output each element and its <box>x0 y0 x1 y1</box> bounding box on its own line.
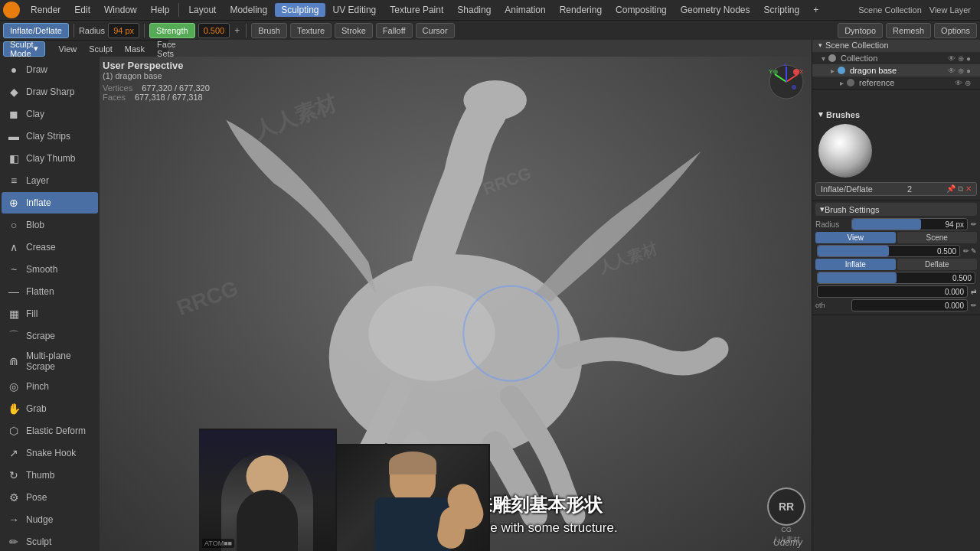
clay-strips-icon: ▬ <box>6 129 21 144</box>
main-viewport[interactable]: 人人素材 RRCG RRCG 人人素材 User Perspective (1)… <box>100 57 812 551</box>
strength-add[interactable]: + <box>234 25 240 36</box>
val1-bar[interactable]: 0.500 <box>817 272 975 284</box>
brush-settings-title[interactable]: ▾ Brush Settings <box>815 203 977 216</box>
radius-edit-icon[interactable]: ✏ <box>971 220 977 228</box>
render-icon[interactable]: ● <box>966 54 971 63</box>
menu-add[interactable]: + <box>807 3 825 17</box>
brush-name-bar[interactable]: Inflate/Deflate 2 📌 ⧉ ✕ <box>815 182 977 196</box>
sep <box>178 3 179 17</box>
brush-pinch[interactable]: ◎ Pinch <box>2 376 98 397</box>
brush-copy-icon[interactable]: ⧉ <box>958 184 963 194</box>
collection-icons: 👁 ⊕ ● <box>948 54 971 63</box>
brush-inflate[interactable]: ⊕ Inflate <box>2 192 98 214</box>
val2-swap[interactable]: ⇄ <box>971 288 977 295</box>
cursor-dropdown[interactable]: Cursor <box>416 23 455 38</box>
strength-extra-icon[interactable]: ✎ <box>971 247 977 255</box>
mode-sculpt[interactable]: Sculpt <box>84 44 117 54</box>
options-btn[interactable]: Options <box>934 23 977 38</box>
brush-fill[interactable]: ▦ Fill <box>2 303 98 324</box>
brush-multiplane-scrape[interactable]: ⋒ Multi-plane Scrape <box>2 347 98 375</box>
view-btn[interactable]: View <box>815 232 896 243</box>
dyntopo-btn[interactable]: Dyntopo <box>838 23 883 38</box>
brush-sculpt-bottom[interactable]: ✏ Sculpt <box>2 531 98 551</box>
brush-layer[interactable]: ≡ Layer <box>2 170 98 191</box>
collection-item-main[interactable]: ▾ Collection 👁 ⊕ ● <box>812 52 980 64</box>
brush-clay-strips[interactable]: ▬ Clay Strips <box>2 126 98 147</box>
deflate-btn[interactable]: Deflate <box>897 259 978 270</box>
menu-uv-editing[interactable]: UV Editing <box>327 3 383 17</box>
brush-delete-icon[interactable]: ✕ <box>965 184 972 194</box>
brush-blob[interactable]: ○ Blob <box>2 214 98 236</box>
texture-dropdown[interactable]: Texture <box>290 23 332 38</box>
blob-icon: ○ <box>6 217 21 233</box>
cursor-icon-2[interactable]: ⊕ <box>958 67 964 75</box>
val2-row: 0.000 ⇄ <box>815 285 977 298</box>
val3-bar[interactable]: 0.000 <box>851 299 968 311</box>
render-icon-2[interactable]: ● <box>966 67 971 75</box>
brush-crease[interactable]: ∧ Crease <box>2 236 98 258</box>
strength-btn[interactable]: Strength <box>149 23 195 38</box>
brush-pose[interactable]: ⚙ Pose <box>2 487 98 508</box>
brush-clay-thumb[interactable]: ◧ Clay Thumb <box>2 148 98 169</box>
brush-elastic-deform[interactable]: ⬡ Elastic Deform <box>2 420 98 442</box>
cursor-icon-3[interactable]: ⊕ <box>965 79 971 87</box>
strength-bar[interactable]: 0.500 <box>817 245 960 257</box>
menu-compositing[interactable]: Compositing <box>609 3 673 17</box>
arrow-icon: ▾ <box>818 41 822 49</box>
val2-bar[interactable]: 0.000 <box>817 285 968 298</box>
brushes-content: ▾ Brushes Inflate/Deflate 2 📌 ⧉ <box>812 105 980 201</box>
menu-rendering[interactable]: Rendering <box>554 3 608 17</box>
stroke-dropdown[interactable]: Stroke <box>335 23 373 38</box>
brush-scrape[interactable]: ⌒ Scrape <box>2 325 98 347</box>
brush-grab[interactable]: ✋ Grab <box>2 398 98 419</box>
brush-nudge[interactable]: → Nudge <box>2 509 98 530</box>
mode-mask[interactable]: Mask <box>120 44 149 54</box>
menu-window[interactable]: Window <box>98 3 143 17</box>
menu-scripting[interactable]: Scripting <box>757 3 805 17</box>
toolbar: Inflate/Deflate Radius 94 px Strength 0.… <box>0 20 980 40</box>
draw-icon: ● <box>6 62 21 77</box>
menu-shading[interactable]: Shading <box>451 3 497 17</box>
brush-snake-hook[interactable]: ↗ Snake Hook <box>2 442 98 464</box>
inflate-deflate-btn[interactable]: Inflate/Deflate <box>3 23 69 38</box>
inflate-btn[interactable]: Inflate <box>815 259 896 270</box>
menu-render[interactable]: Render <box>24 3 67 17</box>
smooth-label: oth <box>815 302 850 309</box>
collection-item-reference[interactable]: ▸ reference 👁 ⊕ <box>812 77 980 89</box>
menu-animation[interactable]: Animation <box>498 3 551 17</box>
falloff-dropdown[interactable]: Falloff <box>376 23 413 38</box>
brush-smooth[interactable]: ~ Smooth <box>2 259 98 280</box>
mode-face-sets[interactable]: Face Sets <box>152 39 180 59</box>
menu-edit[interactable]: Edit <box>68 3 96 17</box>
collection-item-dragon[interactable]: ▸ dragon base 👁 ⊕ ● <box>812 64 980 77</box>
strength-edit-icon[interactable]: ✏ <box>963 247 969 255</box>
brush-pin-icon[interactable]: 📌 <box>946 184 956 194</box>
brush-flatten[interactable]: — Flatten <box>2 281 98 302</box>
menu-modeling[interactable]: Modeling <box>224 3 273 17</box>
val3-edit[interactable]: ✏ <box>971 302 977 309</box>
brush-draw-sharp[interactable]: ◆ Draw Sharp <box>2 81 98 103</box>
eye-icon[interactable]: 👁 <box>948 54 956 63</box>
cursor-icon[interactable]: ⊕ <box>958 54 964 63</box>
menu-texture-paint[interactable]: Texture Paint <box>384 3 449 17</box>
brush-thumb[interactable]: ↻ Thumb <box>2 465 98 486</box>
menu-layout[interactable]: Layout <box>182 3 222 17</box>
radius-bar[interactable]: 94 px <box>851 218 968 230</box>
brush-draw[interactable]: ● Draw <box>2 59 98 80</box>
sep1 <box>74 24 74 37</box>
eye-icon-3[interactable]: 👁 <box>955 79 962 87</box>
eye-icon-2[interactable]: 👁 <box>948 67 956 75</box>
scene-btn[interactable]: Scene <box>897 232 978 243</box>
menu-help[interactable]: Help <box>145 3 176 17</box>
brush-clay[interactable]: ◼ Clay <box>2 103 98 125</box>
menu-geometry-nodes[interactable]: Geometry Nodes <box>675 3 756 17</box>
sculpt-mode-dropdown[interactable]: Sculpt Mode ▾ <box>3 41 45 57</box>
radius-value[interactable]: 94 px <box>108 23 139 38</box>
brush-dropdown[interactable]: Brush <box>251 23 287 38</box>
mode-view[interactable]: View <box>54 44 82 54</box>
remesh-btn[interactable]: Remesh <box>886 23 931 38</box>
scene-collection-header[interactable]: ▾ Scene Collection <box>812 38 980 52</box>
menu-sculpting[interactable]: Sculpting <box>275 3 325 17</box>
strength-value[interactable]: 0.500 <box>198 23 230 38</box>
flatten-icon: — <box>6 284 21 299</box>
